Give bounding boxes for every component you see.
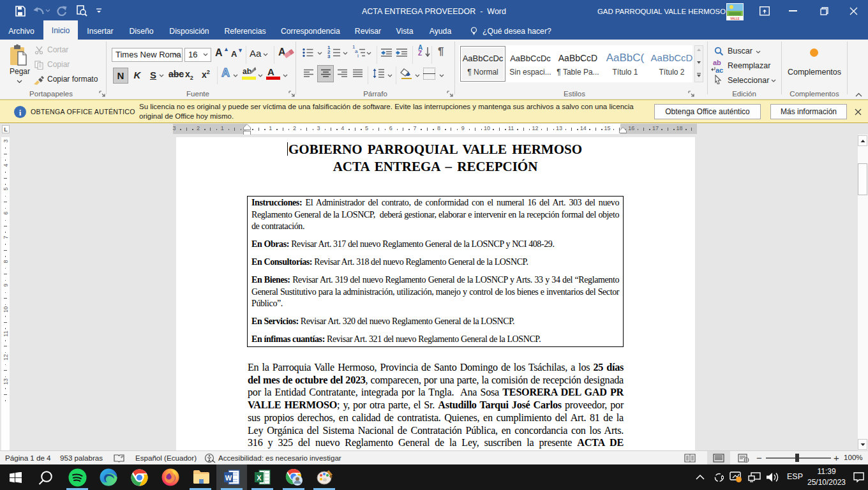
svg-text:VALLE: VALLE bbox=[730, 17, 739, 20]
svg-text:i: i bbox=[19, 108, 22, 117]
